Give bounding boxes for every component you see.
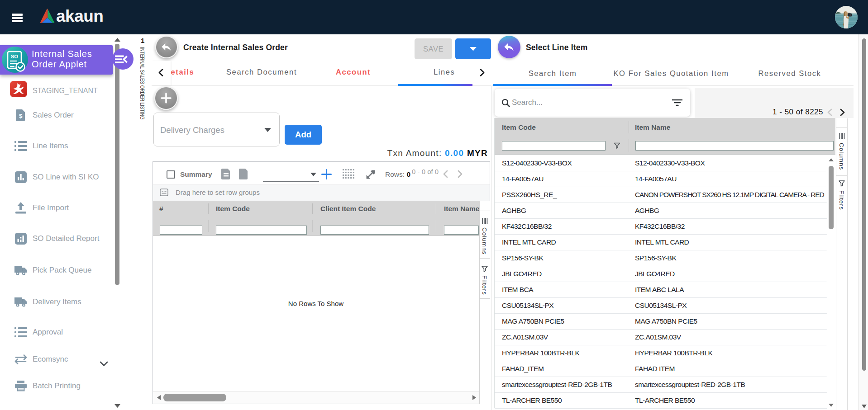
- svg-text:$: $: [19, 113, 23, 119]
- svg-text:SO: SO: [11, 54, 18, 59]
